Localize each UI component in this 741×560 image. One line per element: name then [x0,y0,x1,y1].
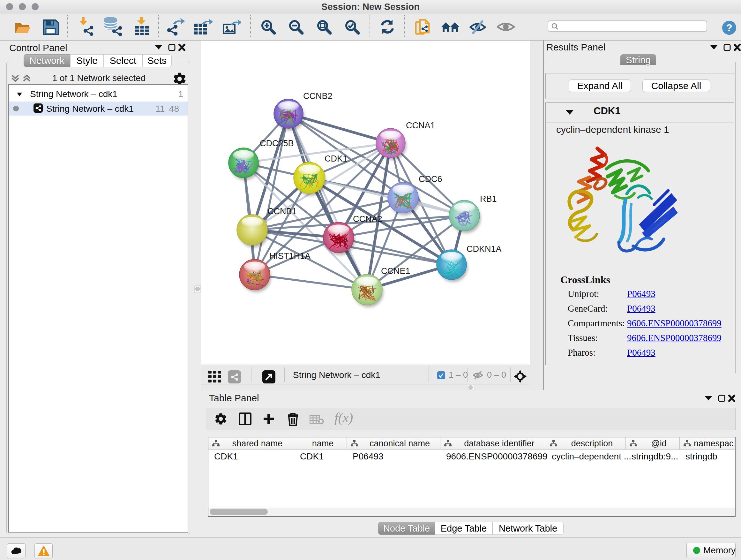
svg-text:HIST1H1A: HIST1H1A [269,251,311,261]
svg-text:CCNE1: CCNE1 [381,266,410,276]
svg-text:CCNB2: CCNB2 [303,91,333,101]
svg-text:CCNA1: CCNA1 [406,121,435,130]
svg-text:CDC25B: CDC25B [260,138,294,148]
svg-text:?: ? [726,22,732,34]
svg-text:CDK1: CDK1 [325,154,347,164]
svg-text:CCNB1: CCNB1 [267,206,297,216]
svg-text:RB1: RB1 [480,194,497,204]
svg-text:CDKN1A: CDKN1A [467,244,502,254]
svg-text:CDC6: CDC6 [419,174,442,184]
svg-text:CCNA2: CCNA2 [353,214,382,224]
